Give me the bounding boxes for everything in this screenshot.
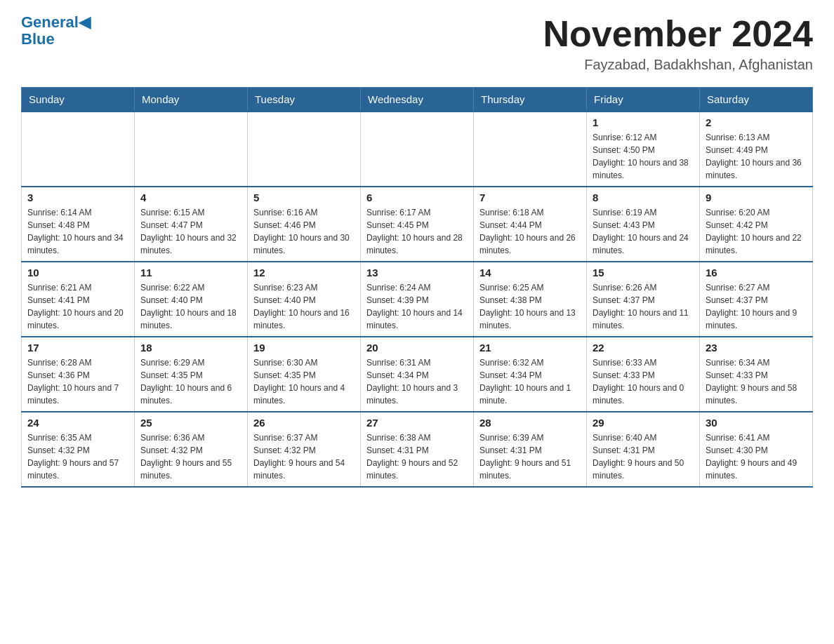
day-number: 9 xyxy=(706,192,807,203)
calendar-cell xyxy=(361,112,474,187)
day-number: 20 xyxy=(366,342,468,354)
calendar-cell: 26Sunrise: 6:37 AMSunset: 4:32 PMDayligh… xyxy=(248,412,361,487)
day-number: 2 xyxy=(706,116,807,128)
day-info: Sunrise: 6:21 AMSunset: 4:41 PMDaylight:… xyxy=(27,281,128,332)
header-monday: Monday xyxy=(135,88,248,112)
header-tuesday: Tuesday xyxy=(248,88,361,112)
day-info: Sunrise: 6:34 AMSunset: 4:33 PMDaylight:… xyxy=(706,356,807,407)
calendar-subtitle: Fayzabad, Badakhshan, Afghanistan xyxy=(543,57,813,73)
day-info: Sunrise: 6:40 AMSunset: 4:31 PMDaylight:… xyxy=(593,431,694,482)
day-number: 22 xyxy=(593,342,694,354)
day-info: Sunrise: 6:31 AMSunset: 4:34 PMDaylight:… xyxy=(366,356,468,407)
calendar-cell: 7Sunrise: 6:18 AMSunset: 4:44 PMDaylight… xyxy=(474,187,587,262)
calendar-cell: 12Sunrise: 6:23 AMSunset: 4:40 PMDayligh… xyxy=(248,262,361,337)
day-number: 26 xyxy=(253,417,355,429)
calendar-cell: 10Sunrise: 6:21 AMSunset: 4:41 PMDayligh… xyxy=(22,262,135,337)
day-number: 14 xyxy=(479,267,581,279)
day-info: Sunrise: 6:35 AMSunset: 4:32 PMDaylight:… xyxy=(27,431,128,482)
day-number: 23 xyxy=(706,342,807,354)
page-header: General◀ Blue November 2024 Fayzabad, Ba… xyxy=(21,14,813,73)
day-number: 13 xyxy=(366,267,468,279)
day-number: 5 xyxy=(253,192,355,203)
day-info: Sunrise: 6:20 AMSunset: 4:42 PMDaylight:… xyxy=(706,206,807,257)
calendar-cell: 28Sunrise: 6:39 AMSunset: 4:31 PMDayligh… xyxy=(474,412,587,487)
day-info: Sunrise: 6:19 AMSunset: 4:43 PMDaylight:… xyxy=(593,206,694,257)
day-info: Sunrise: 6:22 AMSunset: 4:40 PMDaylight:… xyxy=(140,281,241,332)
calendar-cell: 23Sunrise: 6:34 AMSunset: 4:33 PMDayligh… xyxy=(700,337,813,412)
day-number: 28 xyxy=(479,417,581,429)
day-number: 4 xyxy=(140,192,241,203)
day-info: Sunrise: 6:28 AMSunset: 4:36 PMDaylight:… xyxy=(27,356,128,407)
header-saturday: Saturday xyxy=(700,88,813,112)
day-info: Sunrise: 6:37 AMSunset: 4:32 PMDaylight:… xyxy=(253,431,355,482)
calendar-cell: 24Sunrise: 6:35 AMSunset: 4:32 PMDayligh… xyxy=(22,412,135,487)
calendar-cell: 21Sunrise: 6:32 AMSunset: 4:34 PMDayligh… xyxy=(474,337,587,412)
calendar-cell: 14Sunrise: 6:25 AMSunset: 4:38 PMDayligh… xyxy=(474,262,587,337)
day-info: Sunrise: 6:30 AMSunset: 4:35 PMDaylight:… xyxy=(253,356,355,407)
calendar-title: November 2024 xyxy=(543,14,813,54)
day-number: 15 xyxy=(593,267,694,279)
calendar-cell xyxy=(474,112,587,187)
calendar-cell: 20Sunrise: 6:31 AMSunset: 4:34 PMDayligh… xyxy=(361,337,474,412)
logo: General◀ Blue xyxy=(21,14,91,48)
day-number: 21 xyxy=(479,342,581,354)
day-info: Sunrise: 6:14 AMSunset: 4:48 PMDaylight:… xyxy=(27,206,128,257)
header-thursday: Thursday xyxy=(474,88,587,112)
day-info: Sunrise: 6:23 AMSunset: 4:40 PMDaylight:… xyxy=(253,281,355,332)
day-info: Sunrise: 6:41 AMSunset: 4:30 PMDaylight:… xyxy=(706,431,807,482)
week-row-4: 17Sunrise: 6:28 AMSunset: 4:36 PMDayligh… xyxy=(22,337,813,412)
day-info: Sunrise: 6:27 AMSunset: 4:37 PMDaylight:… xyxy=(706,281,807,332)
day-number: 6 xyxy=(366,192,468,203)
day-info: Sunrise: 6:39 AMSunset: 4:31 PMDaylight:… xyxy=(479,431,581,482)
calendar-cell: 6Sunrise: 6:17 AMSunset: 4:45 PMDaylight… xyxy=(361,187,474,262)
day-number: 11 xyxy=(140,267,241,279)
calendar-cell: 17Sunrise: 6:28 AMSunset: 4:36 PMDayligh… xyxy=(22,337,135,412)
calendar-cell: 9Sunrise: 6:20 AMSunset: 4:42 PMDaylight… xyxy=(700,187,813,262)
week-row-2: 3Sunrise: 6:14 AMSunset: 4:48 PMDaylight… xyxy=(22,187,813,262)
day-number: 17 xyxy=(27,342,128,354)
day-number: 27 xyxy=(366,417,468,429)
calendar-table: Sunday Monday Tuesday Wednesday Thursday… xyxy=(21,87,813,488)
calendar-cell: 15Sunrise: 6:26 AMSunset: 4:37 PMDayligh… xyxy=(587,262,700,337)
day-info: Sunrise: 6:16 AMSunset: 4:46 PMDaylight:… xyxy=(253,206,355,257)
calendar-cell: 19Sunrise: 6:30 AMSunset: 4:35 PMDayligh… xyxy=(248,337,361,412)
calendar-cell: 25Sunrise: 6:36 AMSunset: 4:32 PMDayligh… xyxy=(135,412,248,487)
calendar-cell: 3Sunrise: 6:14 AMSunset: 4:48 PMDaylight… xyxy=(22,187,135,262)
header-friday: Friday xyxy=(587,88,700,112)
day-number: 18 xyxy=(140,342,241,354)
day-number: 30 xyxy=(706,417,807,429)
day-info: Sunrise: 6:33 AMSunset: 4:33 PMDaylight:… xyxy=(593,356,694,407)
week-row-5: 24Sunrise: 6:35 AMSunset: 4:32 PMDayligh… xyxy=(22,412,813,487)
calendar-header: Sunday Monday Tuesday Wednesday Thursday… xyxy=(22,88,813,112)
day-info: Sunrise: 6:17 AMSunset: 4:45 PMDaylight:… xyxy=(366,206,468,257)
day-info: Sunrise: 6:25 AMSunset: 4:38 PMDaylight:… xyxy=(479,281,581,332)
day-number: 16 xyxy=(706,267,807,279)
day-number: 1 xyxy=(593,116,694,128)
title-block: November 2024 Fayzabad, Badakhshan, Afgh… xyxy=(543,14,813,73)
day-info: Sunrise: 6:24 AMSunset: 4:39 PMDaylight:… xyxy=(366,281,468,332)
day-info: Sunrise: 6:13 AMSunset: 4:49 PMDaylight:… xyxy=(706,131,807,182)
week-row-3: 10Sunrise: 6:21 AMSunset: 4:41 PMDayligh… xyxy=(22,262,813,337)
day-number: 19 xyxy=(253,342,355,354)
day-info: Sunrise: 6:12 AMSunset: 4:50 PMDaylight:… xyxy=(593,131,694,182)
weekday-header-row: Sunday Monday Tuesday Wednesday Thursday… xyxy=(22,88,813,112)
calendar-cell: 4Sunrise: 6:15 AMSunset: 4:47 PMDaylight… xyxy=(135,187,248,262)
calendar-cell: 27Sunrise: 6:38 AMSunset: 4:31 PMDayligh… xyxy=(361,412,474,487)
week-row-1: 1Sunrise: 6:12 AMSunset: 4:50 PMDaylight… xyxy=(22,112,813,187)
day-number: 25 xyxy=(140,417,241,429)
logo-general: General xyxy=(21,13,79,31)
day-number: 29 xyxy=(593,417,694,429)
day-number: 3 xyxy=(27,192,128,203)
header-wednesday: Wednesday xyxy=(361,88,474,112)
calendar-cell: 1Sunrise: 6:12 AMSunset: 4:50 PMDaylight… xyxy=(587,112,700,187)
calendar-cell: 13Sunrise: 6:24 AMSunset: 4:39 PMDayligh… xyxy=(361,262,474,337)
calendar-cell xyxy=(135,112,248,187)
calendar-cell: 5Sunrise: 6:16 AMSunset: 4:46 PMDaylight… xyxy=(248,187,361,262)
calendar-cell: 22Sunrise: 6:33 AMSunset: 4:33 PMDayligh… xyxy=(587,337,700,412)
day-number: 12 xyxy=(253,267,355,279)
day-info: Sunrise: 6:18 AMSunset: 4:44 PMDaylight:… xyxy=(479,206,581,257)
calendar-cell: 30Sunrise: 6:41 AMSunset: 4:30 PMDayligh… xyxy=(700,412,813,487)
day-info: Sunrise: 6:26 AMSunset: 4:37 PMDaylight:… xyxy=(593,281,694,332)
calendar-cell: 18Sunrise: 6:29 AMSunset: 4:35 PMDayligh… xyxy=(135,337,248,412)
calendar-cell xyxy=(248,112,361,187)
